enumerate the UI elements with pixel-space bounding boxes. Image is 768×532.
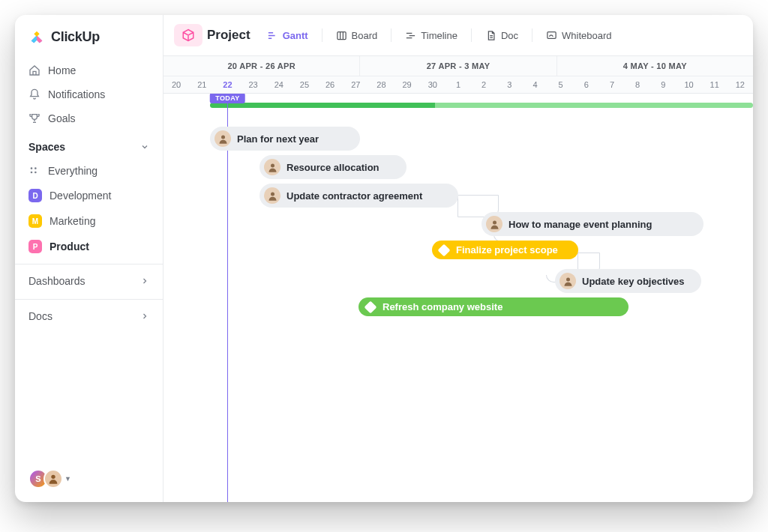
- space-everything-label: Everything: [48, 165, 98, 177]
- timeline-range: 20 APR - 26 APR: [164, 56, 360, 76]
- space-development[interactable]: D Development: [15, 183, 163, 208]
- avatar-member[interactable]: [44, 469, 63, 489]
- sidebar: ClickUp Home Notifications Goals Spaces …: [15, 15, 164, 502]
- view-tab-doc[interactable]: Doc: [478, 25, 526, 46]
- view-tab-gantt[interactable]: Gantt: [260, 25, 316, 46]
- svg-rect-5: [337, 31, 345, 39]
- svg-point-1: [34, 167, 37, 169]
- timeline-day[interactable]: 26: [317, 76, 343, 93]
- divider: [391, 28, 392, 42]
- timeline-day[interactable]: 11: [702, 76, 728, 93]
- timeline-day[interactable]: 20: [164, 76, 189, 93]
- timeline-days: 2021222324252627282930123456789101112: [164, 76, 753, 93]
- timeline-day[interactable]: 3: [496, 76, 522, 93]
- svg-point-9: [271, 192, 274, 196]
- nav-notifications-label: Notifications: [48, 88, 105, 100]
- logo-text: ClickUp: [51, 29, 100, 45]
- timeline-day[interactable]: 5: [548, 76, 574, 93]
- nav-goals[interactable]: Goals: [15, 106, 163, 130]
- section-docs[interactable]: Docs: [15, 303, 163, 330]
- section-docs-label: Docs: [28, 310, 52, 322]
- gantt-task[interactable]: Update contractor agreement: [260, 184, 458, 208]
- timeline-day[interactable]: 23: [241, 76, 266, 93]
- view-tab-board[interactable]: Board: [328, 25, 386, 46]
- nav-notifications[interactable]: Notifications: [15, 82, 163, 106]
- timeline-day[interactable]: 21: [189, 76, 214, 93]
- timeline-day[interactable]: 25: [292, 76, 317, 93]
- space-development-label: Development: [50, 190, 112, 202]
- divider: [532, 28, 532, 42]
- view-tab-timeline-label: Timeline: [421, 30, 458, 41]
- progress-remaining: [435, 103, 753, 108]
- gantt-task-label: Resource allocation: [286, 162, 380, 173]
- gantt-task[interactable]: Update key objectives: [555, 269, 701, 293]
- gantt-task[interactable]: Finalize project scope: [432, 241, 578, 259]
- milestone-diamond-icon: [364, 300, 377, 313]
- today-badge: TODAY: [210, 94, 245, 103]
- home-icon: [28, 64, 40, 76]
- gantt-task-label: Plan for next year: [237, 133, 319, 145]
- space-development-badge: D: [28, 189, 42, 202]
- assignee-avatar: [486, 216, 502, 232]
- spaces-heading[interactable]: Spaces: [15, 130, 163, 159]
- gantt-task-label: Refresh company website: [382, 301, 502, 312]
- timeline-day[interactable]: 7: [599, 76, 625, 93]
- clickup-logo-icon: [28, 28, 45, 45]
- section-dashboards[interactable]: Dashboards: [15, 267, 163, 294]
- gantt-task-label: Update contractor agreement: [286, 190, 422, 202]
- gantt-task-label: Finalize project scope: [456, 244, 558, 256]
- timeline-day[interactable]: 12: [728, 76, 753, 93]
- svg-point-11: [566, 277, 570, 281]
- timeline-day[interactable]: 24: [266, 76, 292, 93]
- space-marketing-badge: M: [28, 214, 42, 228]
- avatar-menu-caret[interactable]: ▼: [64, 475, 71, 483]
- main-pane: Project Gantt Board Timeline Doc: [164, 15, 753, 502]
- timeline-header: 20 APR - 26 APR27 APR - 3 MAY4 MAY - 10 …: [164, 55, 753, 94]
- timeline-ranges: 20 APR - 26 APR27 APR - 3 MAY4 MAY - 10 …: [164, 56, 753, 76]
- timeline-day[interactable]: 1: [446, 76, 471, 93]
- timeline-day[interactable]: 6: [574, 76, 599, 93]
- trophy-icon: [28, 112, 40, 124]
- today-line: [227, 94, 228, 502]
- user-avatars[interactable]: S ▼: [15, 469, 163, 492]
- timeline-day[interactable]: 28: [368, 76, 394, 93]
- timeline-day[interactable]: 10: [676, 76, 701, 93]
- svg-point-10: [493, 220, 496, 224]
- view-tab-timeline[interactable]: Timeline: [398, 25, 465, 46]
- gantt-icon: [267, 30, 278, 41]
- view-tab-whiteboard[interactable]: Whiteboard: [538, 25, 619, 46]
- space-product[interactable]: P Product: [15, 234, 163, 259]
- svg-point-4: [51, 475, 55, 479]
- svg-point-8: [271, 163, 274, 167]
- view-tab-doc-label: Doc: [501, 30, 518, 41]
- timeline-day[interactable]: 27: [343, 76, 368, 93]
- logo[interactable]: ClickUp: [15, 25, 163, 58]
- gantt-chart[interactable]: TODAYPlan for next yearResource allocati…: [164, 94, 753, 502]
- timeline-day[interactable]: 4: [522, 76, 548, 93]
- gantt-task[interactable]: Plan for next year: [210, 127, 360, 151]
- assignee-avatar: [264, 187, 280, 204]
- space-marketing-label: Marketing: [50, 215, 95, 227]
- view-tab-whiteboard-label: Whiteboard: [562, 30, 611, 41]
- space-marketing[interactable]: M Marketing: [15, 208, 163, 234]
- gantt-task[interactable]: Refresh company website: [358, 297, 628, 316]
- svg-point-0: [31, 167, 33, 169]
- gantt-task-label: Update key objectives: [582, 276, 685, 287]
- space-everything[interactable]: Everything: [15, 159, 163, 183]
- gantt-task-label: How to manage event planning: [508, 219, 652, 230]
- nav-home[interactable]: Home: [15, 58, 163, 82]
- timeline-range: 27 APR - 3 MAY: [360, 56, 556, 76]
- timeline-day[interactable]: 2: [471, 76, 496, 93]
- view-tab-board-label: Board: [352, 30, 378, 41]
- project-badge[interactable]: [174, 24, 202, 46]
- timeline-day[interactable]: 30: [420, 76, 446, 93]
- timeline-icon: [405, 30, 416, 41]
- timeline-day[interactable]: 9: [650, 76, 676, 93]
- timeline-day[interactable]: 29: [394, 76, 420, 93]
- timeline-day[interactable]: 22: [214, 76, 240, 93]
- gantt-task[interactable]: How to manage event planning: [482, 212, 704, 236]
- assignee-avatar: [264, 159, 280, 175]
- timeline-day[interactable]: 8: [625, 76, 650, 93]
- nav-goals-label: Goals: [48, 112, 76, 124]
- gantt-task[interactable]: Resource allocation: [260, 155, 406, 179]
